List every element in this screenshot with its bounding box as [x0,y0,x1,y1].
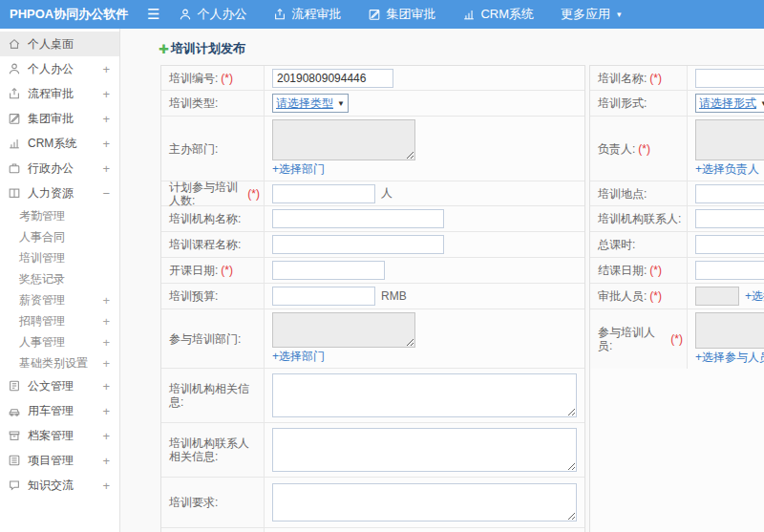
expand-sign[interactable]: + [102,454,110,468]
end-date-input[interactable] [695,261,764,280]
sidebar-subitem-recruit[interactable]: 招聘管理 + [0,310,119,331]
select-approver-link[interactable]: +选择审批人员 [745,288,764,305]
sidebar-item-label: 个人办公 [28,61,74,77]
sidebar-subitem-salary[interactable]: 薪资管理 + [0,289,119,310]
sidebar-item-group-approval[interactable]: 集团审批 + [0,106,119,131]
expand-sign[interactable]: + [102,479,110,493]
expand-sign[interactable]: + [102,293,110,308]
field-label: 培训预算: [169,289,218,303]
row-join-department: 参与培训部门: +选择部门 [161,309,584,369]
nav-label: 流程审批 [291,6,341,23]
sidebar-item-knowledge[interactable]: 知识交流 + [0,473,119,498]
org-name-input[interactable] [272,209,444,228]
sidebar-item-hr[interactable]: 人力资源 − [0,181,119,205]
expand-sign[interactable]: + [102,161,110,176]
sidebar-subitem-attendance[interactable]: 考勤管理 [0,205,119,226]
location-input[interactable] [695,184,764,203]
top-header: PHPOA协同办公软件 ☰ 个人办公 流程审批 集团审批 CRM系统 更多应用 … [0,0,764,29]
training-number-input[interactable] [272,69,393,88]
host-department-textarea[interactable] [272,119,415,160]
select-participants-link[interactable]: +选择参与人员 [695,350,764,366]
requirements-textarea[interactable] [272,483,577,521]
collapse-sign[interactable]: − [102,186,110,201]
row-end-date: 结课日期:(*) [590,258,764,284]
row-budget: 培训预算: RMB [161,284,584,309]
row-location: 培训地点: [590,181,764,206]
expand-sign[interactable]: + [102,379,110,394]
sidebar-item-label: 档案管理 [28,428,74,444]
select-department-link[interactable]: +选择部门 [272,349,325,365]
expand-sign[interactable]: + [102,356,110,371]
select-leader-link[interactable]: +选择负责人 [695,161,759,178]
required-mark: (*) [649,264,662,277]
sidebar-item-projects[interactable]: 项目管理 + [0,448,119,473]
org-contact-info-textarea[interactable] [272,428,577,472]
org-info-textarea[interactable] [272,373,577,417]
org-contact-input[interactable] [695,209,764,228]
approver-input[interactable] [695,287,739,306]
sidebar-item-documents[interactable]: 公文管理 + [0,373,119,398]
field-label: 开课日期: [169,264,218,277]
app-logo: PHPOA协同办公软件 [0,6,122,23]
nav-group-approval[interactable]: 集团审批 [368,6,435,23]
field-label: 参与培训部门: [169,332,241,346]
leader-textarea[interactable] [695,119,764,160]
field-label: 培训名称: [598,72,647,85]
row-requirements: 培训要求: [161,478,584,528]
row-org-name: 培训机构名称: [161,206,584,232]
sidebar-subitem-personnel[interactable]: 人事管理 + [0,331,119,352]
row-attachment: 附件文稿: +附件上传 [161,528,584,532]
row-join-people: 参与培训人员:(*) +选择参与人员 [590,309,764,369]
total-hours-input[interactable] [695,235,764,254]
training-name-input[interactable] [695,69,764,88]
expand-sign[interactable]: + [102,335,110,350]
row-training-form: 培训形式: 请选择形式 ▼ [590,91,764,117]
select-department-link[interactable]: +选择部门 [272,161,325,178]
chat-bubble-icon [8,479,21,492]
sidebar-item-crm[interactable]: CRM系统 + [0,131,119,156]
hamburger-menu-icon[interactable]: ☰ [147,0,159,29]
nav-more-apps[interactable]: 更多应用 ▾ [561,6,622,23]
expand-sign[interactable]: + [102,404,110,418]
expand-sign[interactable]: + [102,112,110,126]
join-department-textarea[interactable] [272,312,415,348]
sidebar-subitem-hr-contract[interactable]: 人事合同 [0,226,119,247]
upload-flow-icon [8,87,21,100]
expand-sign[interactable]: + [102,429,110,443]
expand-sign[interactable]: + [102,62,110,76]
sidebar-subitem-label: 培训管理 [19,250,65,266]
sidebar-subitem-base-category[interactable]: 基础类别设置 + [0,352,119,373]
sidebar-subitem-label: 基础类别设置 [19,355,88,372]
bar-chart-icon [8,137,21,150]
sidebar-item-vehicles[interactable]: 用车管理 + [0,398,119,423]
nav-crm-system[interactable]: CRM系统 [462,6,534,23]
join-people-textarea[interactable] [695,312,764,349]
planned-count-input[interactable] [272,184,375,203]
training-type-select[interactable]: 请选择类型 ▼ [272,94,349,113]
sidebar-item-personal-desktop[interactable]: 个人桌面 [0,32,119,56]
sidebar-subitem-training[interactable]: 培训管理 [0,247,119,268]
course-name-input[interactable] [272,235,444,254]
required-mark: (*) [247,187,260,201]
sidebar-subitem-label: 招聘管理 [19,313,65,330]
field-label: 培训课程名称: [169,238,241,251]
main-content: ✚ 培训计划发布 培训编号:(*) 培训类型: 请选择类型 ▼ 主办部门: [120,29,764,532]
budget-input[interactable] [272,287,375,306]
sidebar-item-label: 项目管理 [28,453,74,469]
expand-sign[interactable]: + [102,87,110,101]
row-org-contact: 培训机构联系人: [590,206,764,232]
expand-sign[interactable]: + [102,314,110,329]
sidebar-item-personal-office[interactable]: 个人办公 + [0,56,119,81]
nav-personal-office[interactable]: 个人办公 [179,6,246,23]
sidebar-item-admin-office[interactable]: 行政办公 + [0,156,119,181]
nav-workflow-approval[interactable]: 流程审批 [273,6,341,23]
expand-sign[interactable]: + [102,137,110,151]
user-icon [8,62,21,75]
green-plus-icon: ✚ [159,42,169,56]
nav-label: 更多应用 [561,6,610,23]
sidebar-item-archives[interactable]: 档案管理 + [0,423,119,448]
training-form-select[interactable]: 请选择形式 ▼ [695,94,764,113]
sidebar-subitem-rewards[interactable]: 奖惩记录 [0,268,119,289]
sidebar-item-workflow-approval[interactable]: 流程审批 + [0,81,119,106]
start-date-input[interactable] [272,261,385,280]
